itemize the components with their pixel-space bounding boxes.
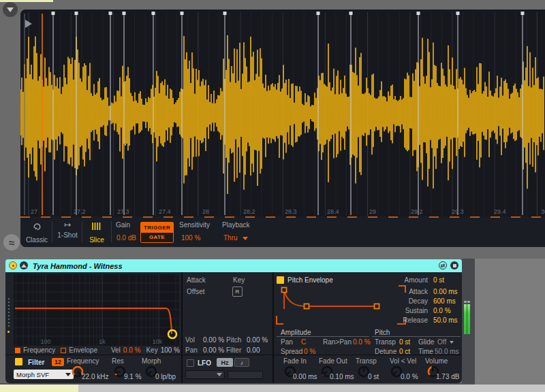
ruler-label: 29.3	[452, 208, 464, 215]
spread-value[interactable]: 0 %	[304, 348, 315, 355]
ruler-label: 29.4	[494, 208, 506, 215]
env-sustain-value[interactable]: 0.0 %	[433, 308, 451, 314]
chevron-up-icon	[21, 264, 27, 267]
device-title: Tyra Hammond - Witness	[33, 262, 123, 270]
slice-handle[interactable]	[456, 12, 460, 15]
one-shot-icon: ↦	[53, 221, 82, 228]
chevron-down-icon	[217, 373, 222, 376]
hot-swap-button[interactable]: ⇄	[439, 261, 447, 270]
volume-value[interactable]: 1.73 dB	[436, 374, 459, 380]
filter-frequency-value[interactable]: 22.0 kHz	[82, 374, 108, 380]
lfo-enable-checkbox[interactable]	[187, 359, 194, 367]
ranpan-value[interactable]: 0.0 %	[353, 339, 371, 346]
slice-handle[interactable]	[417, 12, 420, 15]
tab-one-shot[interactable]: ↦ 1-Shot	[53, 220, 82, 239]
fade-in-value[interactable]: 0.00 ms	[293, 374, 317, 380]
freq-axis-label: 1k	[99, 338, 106, 345]
slice-handle[interactable]	[317, 12, 320, 15]
slice-handle[interactable]	[152, 12, 155, 15]
pitch-env-amount-value[interactable]: 0 st	[433, 277, 444, 284]
corner-bracket	[277, 316, 283, 324]
filter-enable-checkbox[interactable]	[15, 358, 22, 365]
lfo-rate-field[interactable]	[228, 371, 263, 379]
envelope-swatch-icon[interactable]	[61, 348, 66, 353]
filter-label: Filter	[28, 359, 44, 366]
panel-indicator-dot[interactable]	[7, 331, 10, 333]
mod-filter-value[interactable]: 0.00	[247, 347, 260, 354]
fade-out-value[interactable]: 0.10 ms	[330, 374, 354, 380]
playback-select[interactable]: Thru	[223, 235, 248, 242]
meter-bar-left	[464, 304, 467, 334]
section-divider	[181, 272, 183, 383]
gain-label: Gain	[116, 222, 130, 229]
env-release-value[interactable]: 50.0 ms	[433, 317, 458, 324]
device-side-dots	[7, 298, 10, 333]
filter-key-value[interactable]: 100 %	[161, 347, 180, 354]
ruler-label: 28.3	[285, 208, 297, 215]
slice-handle[interactable]	[123, 12, 126, 15]
attack-header: Attack	[187, 277, 206, 284]
mod-pitch-value[interactable]: 0.00 %	[247, 337, 268, 344]
wave-icon: ≈	[9, 237, 14, 248]
envelope-handle[interactable]	[282, 288, 287, 293]
sensitivity-value[interactable]: 100 %	[181, 235, 200, 242]
transpose-knob-value[interactable]: 0 st	[368, 374, 379, 380]
detune-value[interactable]: 0 ct	[399, 348, 410, 355]
envelope-handle[interactable]	[305, 304, 309, 309]
slice-handle[interactable]	[75, 12, 78, 15]
env-decay-value[interactable]: 600 ms	[433, 298, 456, 305]
amplitude-header: Amplitude	[281, 329, 311, 336]
filter-vel-value[interactable]: 0.0 %	[123, 347, 141, 354]
tab-classic[interactable]: Classic	[22, 220, 52, 244]
filter-morph-value[interactable]: 0 lp/bp	[155, 374, 176, 380]
clip-view-selector[interactable]: ≈	[3, 234, 20, 250]
glide-time-value[interactable]: 50.0 ms	[435, 348, 459, 355]
ruler-label: 27	[31, 208, 37, 215]
filter-frequency-display[interactable]: 1001k10k	[14, 274, 179, 346]
envelope-handle[interactable]	[375, 304, 379, 309]
pan-value[interactable]: C	[301, 339, 306, 346]
freq-axis-label: 100	[40, 338, 50, 345]
save-preset-button[interactable]	[450, 261, 458, 270]
gain-value[interactable]: 0.0 dB	[116, 235, 136, 242]
waveform-display[interactable]: 2727.227.327.42828.228.328.42929.229.329…	[20, 10, 545, 216]
simpler-device-body: 1001k10k Frequency Envelope Vel 0.0 % Ke…	[5, 272, 462, 383]
glide-select[interactable]: Off	[437, 339, 454, 346]
lfo-hz-button[interactable]: Hz	[217, 358, 233, 367]
device-level-meter	[464, 301, 470, 334]
r-button[interactable]: R	[232, 287, 243, 297]
toolbar-divider	[82, 221, 82, 242]
ruler-label: 28	[202, 208, 209, 215]
mod-pan-value[interactable]: 0.00 %	[203, 347, 224, 354]
trigger-button[interactable]: TRIGGER	[141, 223, 173, 233]
slice-handle[interactable]	[349, 12, 353, 15]
filter-slope-button[interactable]: 12	[52, 358, 64, 366]
bottom-scroll-thumb[interactable]	[0, 385, 78, 392]
bottom-scroll-strip[interactable]	[0, 385, 545, 392]
vol-vel-value[interactable]: 0.0 %	[401, 374, 418, 380]
slice-handle[interactable]	[223, 12, 227, 15]
lfo-shape-select[interactable]	[185, 370, 225, 379]
device-fold-button[interactable]	[20, 261, 28, 270]
transpose-value[interactable]: 0 st	[399, 339, 410, 346]
slice-handle[interactable]	[181, 12, 184, 15]
lfo-label: LFO	[198, 360, 211, 367]
filter-type-select[interactable]: Morph SVF	[14, 370, 74, 379]
frequency-swatch-icon[interactable]	[15, 348, 20, 353]
mod-vol-value[interactable]: 0.00 %	[203, 337, 224, 344]
slice-handle[interactable]	[52, 12, 55, 15]
gate-button[interactable]: GATE	[141, 233, 173, 243]
sample-toolbar: Classic ↦ 1-Shot Slice Gain 0.0 dB	[20, 216, 545, 247]
slice-handle[interactable]	[521, 12, 525, 15]
sample-editor-panel: 2727.227.327.42828.228.328.42929.229.329…	[20, 10, 545, 247]
sensitivity-label: Sensitivity	[179, 222, 210, 229]
env-attack-value[interactable]: 0.00 ms	[433, 289, 458, 295]
lfo-sync-button[interactable]: ♪	[234, 358, 249, 367]
slice-handle[interactable]	[109, 12, 112, 15]
device-activator-button[interactable]	[9, 261, 17, 270]
filter-res-value[interactable]: 9.1 %	[124, 374, 142, 380]
fold-panel-button[interactable]	[3, 2, 18, 17]
meter-bar-right	[467, 304, 470, 334]
tab-slice[interactable]: Slice	[83, 220, 110, 244]
device-title-bar[interactable]: Tyra Hammond - Witness ⇄	[5, 259, 462, 272]
